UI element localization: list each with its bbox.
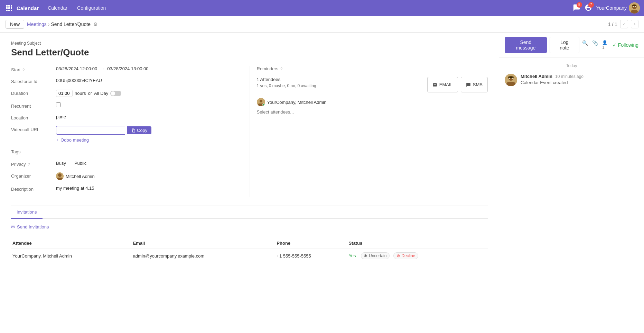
status-yes: Yes bbox=[348, 253, 356, 258]
duration-input[interactable] bbox=[56, 90, 73, 97]
svg-point-19 bbox=[260, 100, 262, 102]
nav-configuration[interactable]: Configuration bbox=[74, 4, 109, 12]
message-author: Mitchell Admin bbox=[521, 74, 552, 79]
invitations-section: Invitations ✉ Send Invitations Attendee … bbox=[11, 206, 488, 263]
privacy-row: Privacy ? Busy Public bbox=[11, 161, 236, 167]
start-label: Start ? bbox=[11, 66, 56, 72]
privacy-show-as[interactable]: Busy bbox=[56, 161, 66, 166]
breadcrumb-current-page: Send Letter/Quote bbox=[51, 21, 91, 27]
videocall-input-group: Copy bbox=[56, 126, 236, 135]
close-circle-icon: ⊗ bbox=[396, 253, 400, 258]
search-icon[interactable]: 🔍 bbox=[582, 40, 588, 50]
salesforce-label: Salesforce Id bbox=[11, 78, 56, 84]
uncertain-badge[interactable]: ✱ Uncertain bbox=[361, 252, 390, 259]
company-selector[interactable]: YourCompany bbox=[596, 2, 640, 14]
email-button[interactable]: EMAIL bbox=[427, 77, 458, 92]
svg-rect-11 bbox=[631, 10, 638, 14]
nav-calendar[interactable]: Calendar bbox=[44, 4, 71, 12]
salesforce-value: 00U5j00000b4CfYEAU bbox=[56, 78, 236, 83]
col-phone: Phone bbox=[275, 238, 347, 249]
description-label: Description bbox=[11, 186, 56, 192]
start-help-icon: ? bbox=[22, 68, 25, 72]
message-header: Mitchell Admin 10 minutes ago bbox=[521, 74, 638, 79]
message-text: Calendar Event created bbox=[521, 80, 638, 85]
videocall-row: Videocall URL Copy Odoo meeting bbox=[11, 126, 236, 143]
duration-label: Duration bbox=[11, 90, 56, 96]
send-message-button[interactable]: Send message bbox=[505, 37, 547, 53]
meeting-title: Send Letter/Quote bbox=[11, 47, 488, 58]
svg-rect-2 bbox=[11, 5, 12, 7]
allday-toggle[interactable] bbox=[110, 91, 121, 96]
start-value: 03/28/2024 12:00:00 → 03/28/2024 13:00:0… bbox=[56, 66, 236, 71]
organizer-value: Mitchell Admin bbox=[56, 172, 236, 180]
recurrent-checkbox[interactable] bbox=[56, 102, 61, 107]
description-value[interactable]: my meeting at 4.15 bbox=[56, 186, 236, 191]
prev-record-button[interactable]: ‹ bbox=[620, 20, 628, 28]
email-sms-buttons: 1 Attendees 1 yes, 0 maybe, 0 no, 0 awai… bbox=[257, 77, 488, 92]
form-grid: Start ? 03/28/2024 12:00:00 → 03/28/2024… bbox=[11, 66, 488, 197]
paperclip-icon[interactable]: 📎 bbox=[592, 40, 598, 50]
new-button[interactable]: New bbox=[6, 20, 24, 29]
chatter-toolbar: Send message Log note 🔍 📎 👤 1 ✓ Followin… bbox=[499, 33, 644, 58]
chat-badge-count: 5 bbox=[577, 2, 582, 8]
organizer-label: Organizer bbox=[11, 172, 56, 179]
sms-button[interactable]: SMS bbox=[461, 77, 488, 92]
reminders-label: Reminders ? bbox=[257, 66, 298, 71]
tags-value[interactable] bbox=[56, 148, 236, 155]
privacy-label: Privacy ? bbox=[11, 161, 56, 167]
envelope-icon: ✉ bbox=[11, 224, 15, 230]
row-attendee: YourCompany, Mitchell Admin bbox=[11, 249, 132, 263]
attendee-status-dot bbox=[262, 104, 265, 106]
main-layout: Meeting Subject Send Letter/Quote Start … bbox=[0, 33, 644, 333]
privacy-value: Busy Public bbox=[56, 161, 236, 166]
start-datetime[interactable]: 03/28/2024 12:00:00 bbox=[56, 66, 97, 71]
today-divider: Today bbox=[505, 63, 638, 68]
chat-icon-badge[interactable]: 5 bbox=[573, 4, 580, 12]
svg-point-16 bbox=[58, 173, 62, 177]
select-attendees-input[interactable] bbox=[257, 109, 315, 115]
organizer-row: Organizer Mitchell Admin bbox=[11, 172, 236, 180]
privacy-help-icon: ? bbox=[28, 162, 30, 166]
end-datetime[interactable]: 03/28/2024 13:00:00 bbox=[107, 66, 148, 71]
activity-icon-badge[interactable]: 7 bbox=[585, 4, 592, 12]
description-row: Description my meeting at 4.15 bbox=[11, 186, 236, 192]
pagination-controls: 1 / 1 ‹ › bbox=[608, 20, 638, 28]
location-row: Location pune bbox=[11, 114, 236, 120]
log-note-button[interactable]: Log note bbox=[550, 37, 579, 53]
check-icon: ✓ bbox=[613, 42, 617, 48]
gear-icon[interactable]: ⚙ bbox=[93, 21, 98, 27]
grid-icon[interactable] bbox=[4, 3, 14, 13]
copy-button[interactable]: Copy bbox=[127, 126, 151, 134]
message-time: 10 minutes ago bbox=[555, 74, 584, 79]
svg-rect-17 bbox=[57, 178, 63, 180]
svg-rect-5 bbox=[11, 7, 12, 9]
row-email: admin@yourcompany.example.com bbox=[132, 249, 276, 263]
time-arrow: → bbox=[100, 66, 104, 71]
followers-icon[interactable]: 👤 1 bbox=[602, 40, 610, 50]
col-status: Status bbox=[347, 238, 488, 249]
svg-rect-0 bbox=[6, 5, 8, 7]
invitations-tab[interactable]: Invitations bbox=[11, 206, 43, 219]
decline-badge[interactable]: ⊗ Decline bbox=[393, 252, 418, 259]
next-record-button[interactable]: › bbox=[631, 20, 638, 28]
breadcrumb-meetings-link[interactable]: Meetings bbox=[27, 21, 47, 27]
send-invitations-button[interactable]: ✉ Send Invitations bbox=[11, 224, 49, 230]
svg-rect-1 bbox=[8, 5, 10, 7]
row-phone: +1 555-555-5555 bbox=[275, 249, 347, 263]
svg-rect-14 bbox=[632, 5, 636, 6]
following-button[interactable]: ✓ Following bbox=[613, 42, 638, 48]
activity-badge-count: 7 bbox=[588, 2, 594, 8]
attendee-name: YourCompany, Mitchell Admin bbox=[267, 100, 327, 105]
pagination-text: 1 / 1 bbox=[608, 21, 617, 27]
reminders-row: Reminders ? bbox=[257, 66, 488, 71]
message-item: Mitchell Admin 10 minutes ago Calendar E… bbox=[505, 74, 638, 86]
videocall-input[interactable] bbox=[56, 126, 125, 135]
odoo-meeting-link[interactable]: Odoo meeting bbox=[56, 137, 89, 143]
send-invitations-section: ✉ Send Invitations bbox=[11, 219, 488, 235]
location-value[interactable]: pune bbox=[56, 114, 236, 119]
svg-rect-4 bbox=[8, 7, 10, 9]
privacy-visibility[interactable]: Public bbox=[74, 161, 86, 166]
chatter-action-icons: 🔍 📎 👤 1 bbox=[582, 40, 610, 50]
recurrent-row: Recurrent bbox=[11, 102, 236, 109]
svg-rect-6 bbox=[6, 10, 8, 11]
